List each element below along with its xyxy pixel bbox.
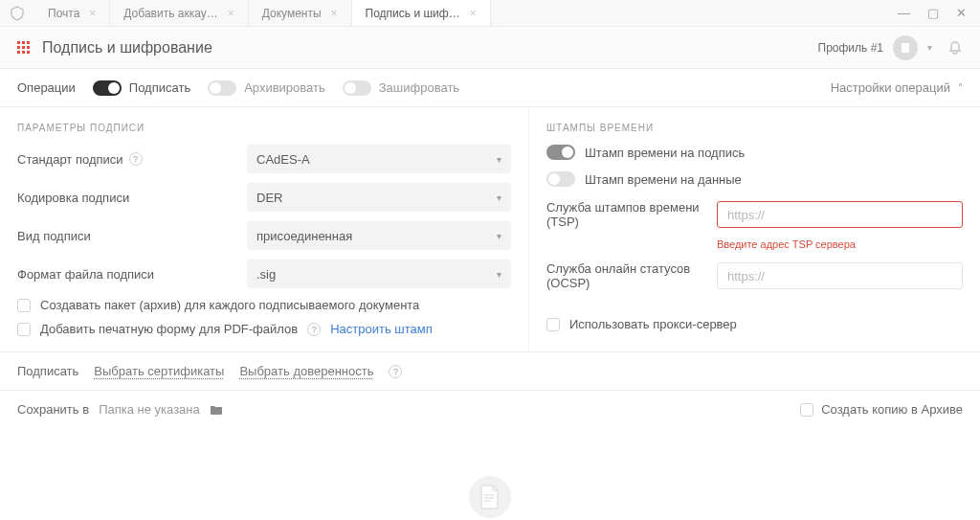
tabs: Почта× Добавить аккау…× Документы× Подпи… [34,0,884,26]
error-tsp: Введите адрес TSP сервера [717,238,963,250]
switch-icon [343,80,371,96]
close-icon[interactable]: ✕ [956,6,967,20]
svg-rect-0 [902,43,909,53]
apps-grid-icon[interactable] [17,41,31,55]
operations-settings[interactable]: Настройки операций ˄ [831,80,963,95]
checkbox-create-archive[interactable] [17,299,31,312]
switch-tsp-sign[interactable] [546,145,575,160]
tab-mail[interactable]: Почта× [34,0,110,26]
operations-bar: Операции Подписать Архивировать Зашифров… [0,69,980,107]
label-tsp-sign: Штамп времени на подпись [585,146,745,160]
section-title: Параметры подписи [17,123,511,133]
footer-save: Сохранить в Папка не указана Создать коп… [0,390,980,428]
help-icon[interactable]: ? [389,365,402,378]
bell-icon[interactable] [947,40,963,56]
help-icon[interactable]: ? [307,323,321,336]
link-configure-stamp[interactable]: Настроить штамп [330,322,433,336]
operations-label: Операции [17,80,76,95]
select-standard[interactable]: CAdES-A▾ [247,145,511,173]
label-proxy: Использовать прокси-сервер [569,317,737,331]
select-sign-type[interactable]: присоединенная▾ [247,221,511,250]
select-encoding[interactable]: DER▾ [247,183,511,212]
page-title: Подпись и шифрование [42,39,212,57]
label-tsp-data: Штамп времени на данные [585,172,742,187]
checkbox-proxy[interactable] [546,318,560,331]
folder-path[interactable]: Папка не указана [99,402,200,417]
avatar [893,35,918,60]
label-pdf-stamp: Добавить печатную форму для PDF-файлов [40,322,298,336]
drop-zone[interactable] [0,476,980,518]
profile-selector[interactable]: Профиль #1 ▾ [818,35,932,60]
maximize-icon[interactable]: ▢ [927,6,939,20]
label-encoding: Кодировка подписи [17,191,247,205]
window-controls: ― ▢ ✕ [884,0,980,26]
chevron-down-icon: ▾ [497,192,501,203]
header: Подпись и шифрование Профиль #1 ▾ [0,27,980,69]
close-icon[interactable]: × [331,7,338,20]
close-icon[interactable]: × [470,7,477,20]
tab-add-account[interactable]: Добавить аккау…× [110,0,248,26]
section-title: Штампы времени [546,123,963,133]
label-save: Сохранить в [17,402,89,417]
label-sign-type: Вид подписи [17,229,247,243]
checkbox-archive-copy[interactable] [800,403,813,417]
folder-icon[interactable] [210,404,223,416]
close-icon[interactable]: × [89,7,96,20]
toggle-sign[interactable]: Подписать [93,80,190,96]
app-logo [0,0,34,26]
footer-sign: Подписать Выбрать сертификаты Выбрать до… [0,351,980,390]
input-tsp[interactable] [717,201,963,228]
document-icon [469,476,511,518]
chevron-up-icon: ˄ [958,82,963,93]
chevron-down-icon: ▾ [927,42,932,53]
tab-documents[interactable]: Документы× [249,0,352,26]
tab-sign-encrypt[interactable]: Подпись и шиф…× [352,0,491,26]
link-choose-cert[interactable]: Выбрать сертификаты [94,364,224,378]
label-file-format: Формат файла подписи [17,267,247,282]
label-sign: Подписать [17,364,78,378]
checkbox-pdf-stamp[interactable] [17,323,31,336]
switch-tsp-data[interactable] [546,171,575,187]
titlebar: Почта× Добавить аккау…× Документы× Подпи… [0,0,980,27]
minimize-icon[interactable]: ― [898,6,910,20]
toggle-encrypt[interactable]: Зашифровать [343,80,459,96]
switch-icon [93,80,122,96]
content: Параметры подписи Стандарт подписи? CAdE… [0,107,980,351]
close-icon[interactable]: × [228,7,234,20]
label-standard: Стандарт подписи? [17,152,247,167]
label-ocsp: Служба онлайн статусов (OCSP) [546,261,717,290]
label-create-archive: Создавать пакет (архив) для каждого подп… [40,298,419,312]
label-tsp: Служба штампов времени (TSP) [546,200,717,229]
label-archive-copy: Создать копию в Архиве [821,402,963,417]
chevron-down-icon: ▾ [497,231,501,241]
select-file-format[interactable]: .sig▾ [247,260,511,288]
chevron-down-icon: ▾ [497,154,501,165]
chevron-down-icon: ▾ [497,269,501,280]
timestamps-panel: Штампы времени Штамп времени на подпись … [529,107,980,351]
link-choose-poa[interactable]: Выбрать доверенность [239,364,373,378]
toggle-archive[interactable]: Архивировать [208,80,325,96]
switch-icon [208,80,236,96]
input-ocsp[interactable] [717,262,963,289]
signature-params: Параметры подписи Стандарт подписи? CAdE… [0,107,529,351]
help-icon[interactable]: ? [129,152,143,166]
